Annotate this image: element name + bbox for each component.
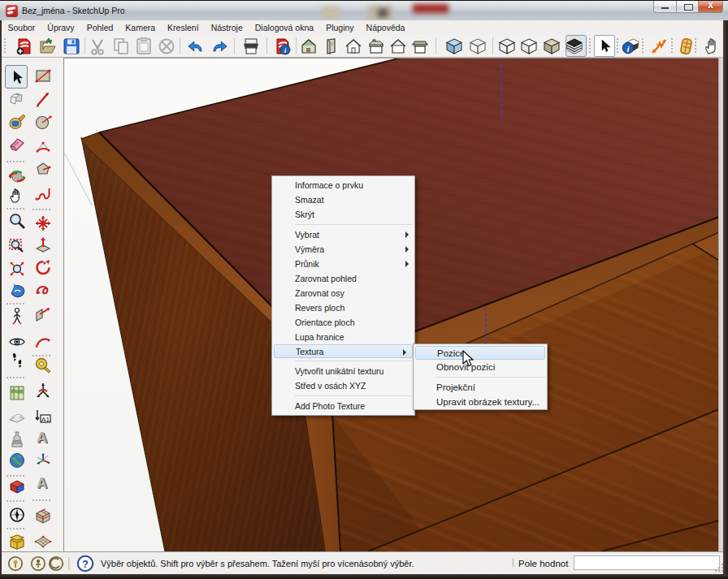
svg-text:?: ? xyxy=(82,558,89,570)
svg-text:A1: A1 xyxy=(41,416,50,423)
svg-text:A: A xyxy=(37,475,47,491)
svg-text:A: A xyxy=(37,430,47,446)
svg-text:C: C xyxy=(14,511,16,515)
